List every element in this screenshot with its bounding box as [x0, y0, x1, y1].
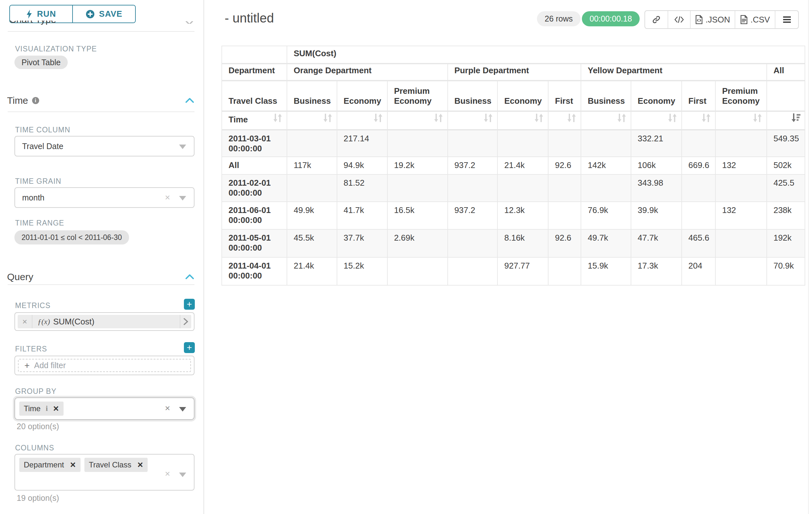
share-link-button[interactable] — [645, 11, 668, 28]
sortable-column-header[interactable] — [631, 111, 682, 130]
sortable-column-header[interactable] — [337, 111, 387, 130]
json-button-label: .JSON — [705, 15, 730, 25]
table-row: 2011-06-01 00:00:0049.9k41.7k16.5k937.21… — [222, 202, 805, 229]
remove-metric-icon[interactable]: × — [18, 317, 32, 327]
clear-icon[interactable]: × — [165, 469, 170, 479]
value-cell — [387, 257, 448, 285]
sort-icon[interactable] — [616, 113, 627, 123]
add-filter-plus-button[interactable]: + — [184, 342, 195, 353]
travel-class-cell: Premium Economy — [716, 81, 767, 111]
value-cell — [682, 130, 716, 157]
sort-icon[interactable] — [667, 113, 677, 123]
json-file-icon — [695, 15, 703, 24]
value-cell: 47.7k — [631, 229, 682, 257]
table-row: 2011-05-01 00:00:0045.5k37.7k2.69k8.16k9… — [222, 229, 805, 257]
query-section-collapse-icon[interactable] — [185, 274, 194, 279]
columns-chip-department[interactable]: Department ✕ — [19, 458, 81, 472]
sort-icon[interactable] — [373, 113, 383, 123]
embed-code-button[interactable] — [668, 11, 690, 28]
add-filter-label: Add filter — [34, 361, 66, 370]
metric-chip[interactable]: × ƒ(x) SUM(Cost) — [18, 315, 191, 328]
remove-chip-icon[interactable]: ✕ — [53, 404, 59, 413]
sortable-column-header[interactable] — [581, 111, 631, 130]
column-info-icon[interactable]: i — [46, 404, 48, 413]
csv-button-label: .CSV — [750, 15, 770, 25]
value-cell — [287, 174, 337, 202]
group-by-chip-time[interactable]: Time i ✕ — [19, 402, 63, 416]
time-range-pill[interactable]: 2011-01-01 ≤ col < 2011-06-30 — [14, 230, 129, 244]
lightning-bolt-icon — [26, 10, 32, 19]
time-column-select[interactable]: Travel Date — [14, 136, 195, 157]
sort-icon[interactable] — [752, 113, 762, 123]
export-csv-button[interactable]: .CSV — [735, 11, 775, 28]
travel-class-cell: First — [548, 81, 581, 111]
time-row-header[interactable]: Time — [222, 111, 287, 130]
scrollbar-track[interactable] — [808, 0, 809, 514]
add-filter-button[interactable]: + Add filter — [18, 359, 191, 372]
value-cell: 549.35 — [767, 130, 805, 157]
clear-icon[interactable]: × — [165, 403, 170, 413]
sortable-column-header[interactable] — [682, 111, 716, 130]
value-cell: 425.5 — [767, 174, 805, 202]
value-cell: 17.3k — [631, 257, 682, 285]
table-row: 2011-02-01 00:00:0081.52343.98425.5 — [222, 174, 805, 202]
sort-icon[interactable] — [272, 113, 283, 123]
travel-class-cell: Economy — [337, 81, 387, 111]
sortable-column-header[interactable] — [548, 111, 581, 130]
sort-icon[interactable] — [567, 113, 577, 123]
sortable-column-header[interactable] — [387, 111, 448, 130]
sortable-column-header[interactable] — [287, 111, 337, 130]
query-section-title: Query — [7, 271, 33, 282]
hamburger-menu-icon — [783, 16, 791, 23]
columns-select[interactable]: Department ✕ Travel Class ✕ × — [14, 454, 195, 491]
value-cell: 927.77 — [497, 257, 548, 285]
run-button[interactable]: RUN — [10, 5, 72, 23]
sortable-column-header-all[interactable] — [767, 111, 805, 130]
more-options-button[interactable] — [775, 11, 798, 28]
save-button[interactable]: SAVE — [72, 5, 135, 23]
value-cell: 45.5k — [287, 229, 337, 257]
time-section-collapse-icon[interactable] — [185, 97, 194, 103]
sort-icon[interactable] — [323, 113, 333, 123]
value-cell: 76.9k — [581, 202, 631, 229]
value-cell — [548, 257, 581, 285]
info-icon[interactable]: i — [32, 97, 39, 104]
sort-desc-active-icon[interactable] — [791, 113, 801, 123]
chart-title[interactable]: - untitled — [225, 11, 274, 25]
value-cell — [497, 174, 548, 202]
sort-icon[interactable] — [433, 113, 443, 123]
row-label-cell: 2011-02-01 00:00:00 — [222, 174, 287, 202]
sort-icon[interactable] — [483, 113, 493, 123]
value-cell: 204 — [682, 257, 716, 285]
metric-name: SUM(Cost) — [53, 317, 95, 327]
table-row: 2011-03-01 00:00:00217.14332.21549.35 — [222, 130, 805, 157]
visualization-type-pill[interactable]: Pivot Table — [14, 56, 68, 69]
remove-chip-icon[interactable]: ✕ — [137, 461, 143, 469]
export-json-button[interactable]: .JSON — [690, 11, 735, 28]
time-section-header: Time i — [7, 95, 39, 106]
value-cell — [716, 229, 767, 257]
sort-icon[interactable] — [534, 113, 544, 123]
chevron-down-icon — [179, 472, 186, 477]
add-metric-button[interactable]: + — [184, 299, 195, 310]
clear-icon[interactable]: × — [165, 192, 170, 203]
value-cell: 192k — [767, 229, 805, 257]
group-by-select[interactable]: Time i ✕ × — [14, 397, 195, 420]
value-cell: 94.9k — [337, 157, 387, 174]
value-cell — [581, 130, 631, 157]
sortable-column-header[interactable] — [716, 111, 767, 130]
visualization-type-label: VISUALIZATION TYPE — [15, 45, 97, 53]
sortable-column-header[interactable] — [448, 111, 498, 130]
chart-type-collapse-icon[interactable] — [185, 21, 195, 24]
sortable-column-header[interactable] — [497, 111, 548, 130]
value-cell — [497, 130, 548, 157]
sort-icon[interactable] — [701, 113, 711, 123]
time-grain-select[interactable]: month × — [14, 187, 195, 208]
chevron-down-icon — [179, 196, 186, 200]
value-cell: 8.16k — [497, 229, 548, 257]
value-cell — [548, 130, 581, 157]
divider — [8, 284, 195, 285]
remove-chip-icon[interactable]: ✕ — [70, 461, 76, 469]
columns-chip-travel-class[interactable]: Travel Class ✕ — [84, 458, 148, 472]
divider — [8, 31, 195, 32]
